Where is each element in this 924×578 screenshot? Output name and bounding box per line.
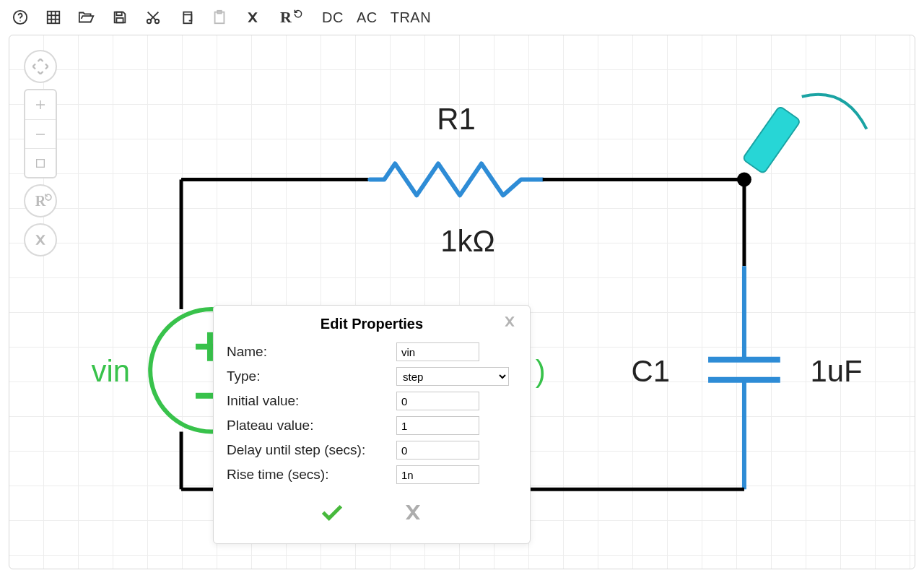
- field-label-name: Name:: [227, 344, 396, 360]
- resistor-label: R1: [437, 102, 476, 136]
- schematic-canvas[interactable]: R: [9, 35, 915, 569]
- copy-icon[interactable]: [176, 7, 196, 27]
- field-label-delay: Delay until step (secs):: [227, 442, 396, 458]
- vsource-value-tail: ): [536, 354, 546, 388]
- field-input-initial[interactable]: [396, 392, 479, 410]
- toolbar: R DC AC TRAN: [0, 0, 924, 32]
- grid-icon[interactable]: [43, 7, 64, 27]
- component-resistor[interactable]: [370, 164, 542, 196]
- resistor-value: 1kΩ: [440, 224, 495, 258]
- capacitor-value: 1uF: [811, 354, 863, 388]
- open-icon[interactable]: [77, 7, 97, 27]
- dialog-title: Edit Properties: [321, 316, 423, 332]
- svg-rect-13: [183, 14, 191, 23]
- help-icon[interactable]: [10, 7, 30, 27]
- dialog-ok-icon[interactable]: [320, 501, 344, 529]
- delete-icon[interactable]: [243, 7, 263, 27]
- dialog-close-icon[interactable]: [502, 314, 517, 332]
- field-label-plateau: Plateau value:: [227, 418, 396, 434]
- svg-rect-2: [48, 12, 60, 24]
- edit-properties-dialog: Edit Properties Name: Type: step Initial…: [213, 305, 531, 544]
- svg-rect-7: [116, 12, 121, 16]
- field-select-type[interactable]: step: [396, 367, 509, 386]
- tran-analysis-button[interactable]: TRAN: [391, 9, 431, 26]
- field-input-delay[interactable]: [396, 441, 479, 460]
- field-input-name[interactable]: [396, 342, 479, 361]
- probe[interactable]: [742, 95, 866, 174]
- svg-point-1: [19, 20, 21, 22]
- ac-analysis-button[interactable]: AC: [357, 9, 378, 26]
- field-label-type: Type:: [227, 368, 396, 384]
- save-icon[interactable]: [110, 7, 130, 27]
- capacitor-label: C1: [632, 354, 671, 388]
- field-label-initial: Initial value:: [227, 393, 396, 409]
- vsource-label: vin: [92, 354, 131, 388]
- field-input-rise[interactable]: [396, 465, 479, 484]
- cut-icon[interactable]: [143, 7, 163, 27]
- field-label-rise: Rise time (secs):: [227, 467, 396, 483]
- svg-rect-8: [116, 18, 123, 22]
- dialog-cancel-icon[interactable]: [402, 501, 424, 529]
- dc-analysis-button[interactable]: DC: [322, 9, 344, 26]
- paste-icon: [209, 7, 230, 27]
- svg-rect-25: [742, 106, 801, 174]
- rotate-icon[interactable]: R: [276, 7, 296, 27]
- field-input-plateau[interactable]: [396, 416, 479, 435]
